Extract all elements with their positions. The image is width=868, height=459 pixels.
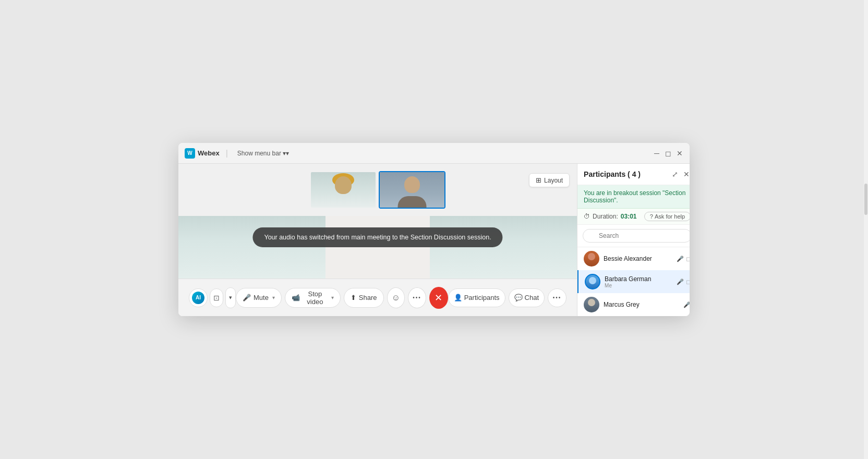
toast-text: Your audio has switched from main meetin… xyxy=(264,234,491,241)
participant-name: Marcus Grey xyxy=(604,301,679,308)
end-call-icon: ✕ xyxy=(435,292,442,304)
emoji-button[interactable]: ☺ xyxy=(387,287,405,308)
close-button[interactable]: ✕ xyxy=(676,150,683,157)
participant-count: ( xyxy=(628,170,630,178)
window-controls: ─ ◻ ✕ xyxy=(653,150,683,157)
avatar xyxy=(584,251,599,267)
help-icon: ? xyxy=(650,213,653,220)
popout-button[interactable]: ⤢ xyxy=(671,169,679,179)
video-icon: 📹 xyxy=(292,294,300,301)
layout-label: Layout xyxy=(544,177,563,184)
controls-center: 🎤 Mute ▾ 📹 Stop video ▾ ⬆ Share ☺ xyxy=(236,287,448,309)
main-participant-figure xyxy=(299,216,456,279)
main-video: Your audio has switched from main meetin… xyxy=(178,216,577,279)
webex-logo-icon: W xyxy=(185,148,195,159)
end-call-button[interactable]: ✕ xyxy=(429,287,448,309)
popout-icon: ⤢ xyxy=(672,170,678,178)
share-label: Share xyxy=(359,294,377,301)
layout-icon: ⊞ xyxy=(536,176,541,184)
participant-info: Barbara German Me xyxy=(605,275,672,288)
chevron-down-icon: ▾ xyxy=(283,150,289,157)
mute-button[interactable]: 🎤 Mute ▾ xyxy=(236,288,282,308)
mic-small-icon: 🎤 xyxy=(677,279,684,285)
captions-button[interactable]: ⊡ xyxy=(210,288,223,307)
participant-name: Bessie Alexander xyxy=(604,255,672,262)
avatar xyxy=(585,274,600,289)
ai-assistant-button[interactable]: AI xyxy=(189,288,208,307)
avatar xyxy=(584,297,599,312)
video-caret-icon: ▾ xyxy=(331,295,334,300)
participant-item[interactable]: Bessie Alexander 🎤 ◻ xyxy=(577,247,690,270)
chevron-captions-icon: ▾ xyxy=(229,294,232,301)
right-more-options-button[interactable]: ••• xyxy=(548,288,566,307)
duration-label: Duration: xyxy=(593,213,618,220)
thumbnails-container xyxy=(310,171,445,209)
video-small-icon: ◻ xyxy=(686,256,690,262)
captions-icon: ⊡ xyxy=(213,294,220,302)
webex-logo: W Webex xyxy=(185,148,220,159)
video-top-bar: ⊞ Layout xyxy=(178,164,577,216)
participants-label: Participants xyxy=(464,294,500,301)
participant-actions: 🎤 ◻ xyxy=(677,279,690,285)
duration-value: 03:01 xyxy=(621,213,637,220)
mic-small-icon: 🎤 xyxy=(683,301,690,308)
controls-right: 👤 Participants 💬 Chat ••• xyxy=(448,288,566,307)
webex-title: Webex xyxy=(198,149,220,157)
layout-button[interactable]: ⊞ Layout xyxy=(529,173,570,187)
participant-info: Bessie Alexander xyxy=(604,255,672,262)
participant-actions: 🎤 ◻ xyxy=(677,256,690,262)
thumbnail-person-2 xyxy=(380,172,444,208)
stop-video-button[interactable]: 📹 Stop video ▾ xyxy=(285,288,341,308)
chat-toggle-button[interactable]: 💬 Chat xyxy=(509,288,545,307)
minimize-button[interactable]: ─ xyxy=(653,150,660,157)
breakout-banner: You are in breakout session "Section Dis… xyxy=(577,185,690,209)
participants-panel: Participants ( 4 ) ⤢ ✕ You are in breako… xyxy=(577,164,690,316)
participant-actions: 🎤 xyxy=(683,301,690,308)
ask-help-label: Ask for help xyxy=(655,213,685,220)
mic-icon: 🎤 xyxy=(243,294,251,301)
video-area: ⊞ Layout xyxy=(178,164,577,316)
timer-left: ⏱ Duration: 03:01 xyxy=(584,213,636,220)
stop-video-label: Stop video xyxy=(303,290,328,306)
close-panel-button[interactable]: ✕ xyxy=(682,169,690,179)
thumbnail-2[interactable] xyxy=(379,171,445,209)
main-content: ⊞ Layout xyxy=(178,164,690,316)
show-menu-bar-button[interactable]: Show menu bar ▾ xyxy=(234,149,292,158)
figure-shirt xyxy=(326,216,430,279)
chat-label: Chat xyxy=(525,294,539,301)
share-icon: ⬆ xyxy=(351,294,356,301)
title-bar: W Webex | Show menu bar ▾ ─ ◻ ✕ xyxy=(178,143,690,164)
participant-item[interactable]: Marcus Grey 🎤 xyxy=(577,293,690,316)
video-region: ⊞ Layout xyxy=(178,164,577,279)
app-window: W Webex | Show menu bar ▾ ─ ◻ ✕ xyxy=(178,143,690,316)
maximize-button[interactable]: ◻ xyxy=(665,150,672,157)
search-input[interactable] xyxy=(583,229,690,243)
mute-label: Mute xyxy=(254,294,269,301)
ask-for-help-button[interactable]: ? Ask for help xyxy=(644,212,690,221)
paren-close: ) xyxy=(638,170,641,178)
participant-item[interactable]: Barbara German Me 🎤 ◻ xyxy=(577,270,690,293)
close-panel-icon: ✕ xyxy=(683,170,690,178)
video-small-icon: ◻ xyxy=(686,279,690,285)
title-bar-left: W Webex | Show menu bar ▾ xyxy=(185,148,653,159)
ai-bot-icon: AI xyxy=(192,292,204,304)
mute-caret-icon: ▾ xyxy=(272,295,275,300)
controls-left: AI ⊡ ▾ xyxy=(189,287,236,308)
thumbnail-person-1 xyxy=(311,172,376,208)
participant-info: Marcus Grey xyxy=(604,301,679,308)
captions-caret[interactable]: ▾ xyxy=(225,287,236,308)
emoji-icon: ☺ xyxy=(392,293,400,303)
timer-row: ⏱ Duration: 03:01 ? Ask for help xyxy=(577,209,690,225)
thumbnail-1[interactable] xyxy=(310,171,377,209)
share-button[interactable]: ⬆ Share xyxy=(344,288,384,308)
clock-icon: ⏱ xyxy=(584,213,590,220)
more-options-icon: ••• xyxy=(413,295,421,300)
search-wrapper: 🔍 xyxy=(583,229,690,243)
more-options-button[interactable]: ••• xyxy=(408,287,426,308)
controls-bar: AI ⊡ ▾ 🎤 Mute ▾ 📹 xyxy=(178,279,577,316)
mic-small-icon: 🎤 xyxy=(677,256,684,262)
participant-sub: Me xyxy=(605,283,672,288)
title-divider: | xyxy=(226,149,228,158)
participants-list: Bessie Alexander 🎤 ◻ Barbara German xyxy=(577,247,690,316)
participants-toggle-button[interactable]: 👤 Participants xyxy=(448,288,505,307)
